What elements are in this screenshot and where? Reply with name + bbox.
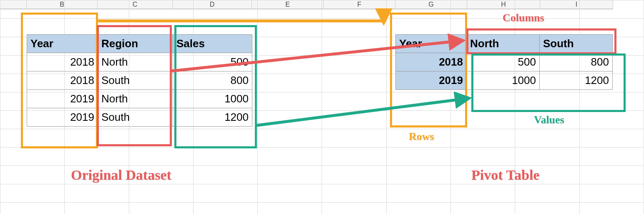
table-row[interactable]: 2018 500 800 xyxy=(396,53,613,71)
table-row[interactable]: 2019 North 1000 xyxy=(27,90,252,108)
source-table[interactable]: Year Region Sales 2018 North 500 2018 So… xyxy=(27,34,252,127)
pivot-col-header[interactable]: South xyxy=(540,35,613,53)
src-header-sales[interactable]: Sales xyxy=(173,35,252,53)
pivot-cell[interactable]: 1200 xyxy=(540,71,613,90)
pivot-table[interactable]: Year North South 2018 500 800 2019 1000 … xyxy=(395,34,613,90)
src-cell[interactable]: 2019 xyxy=(27,108,98,127)
pivot-cell[interactable]: 800 xyxy=(540,53,613,71)
src-header-year[interactable]: Year xyxy=(27,35,98,53)
table-row[interactable]: 2019 South 1200 xyxy=(27,108,252,127)
pivot-row-label[interactable]: 2019 xyxy=(396,71,467,90)
pivot-cell[interactable]: 500 xyxy=(467,53,540,71)
pivot-row-label[interactable]: 2018 xyxy=(396,53,467,71)
pivot-col-header[interactable]: North xyxy=(467,35,540,53)
src-header-region[interactable]: Region xyxy=(98,35,173,53)
pivot-corner[interactable]: Year xyxy=(396,35,467,53)
src-cell[interactable]: 1000 xyxy=(173,90,252,108)
pivot-cell[interactable]: 1000 xyxy=(467,71,540,90)
src-cell[interactable]: North xyxy=(98,90,173,108)
src-cell[interactable]: 2019 xyxy=(27,90,98,108)
src-cell[interactable]: South xyxy=(98,71,173,90)
table-row[interactable]: 2018 North 500 xyxy=(27,53,252,71)
src-cell[interactable]: 500 xyxy=(173,53,252,71)
src-cell[interactable]: 1200 xyxy=(173,108,252,127)
src-cell[interactable]: 800 xyxy=(173,71,252,90)
src-cell[interactable]: North xyxy=(98,53,173,71)
table-row[interactable]: 2019 1000 1200 xyxy=(396,71,613,90)
src-cell[interactable]: 2018 xyxy=(27,53,98,71)
src-cell[interactable]: South xyxy=(98,108,173,127)
src-cell[interactable]: 2018 xyxy=(27,71,98,90)
table-row[interactable]: 2018 South 800 xyxy=(27,71,252,90)
